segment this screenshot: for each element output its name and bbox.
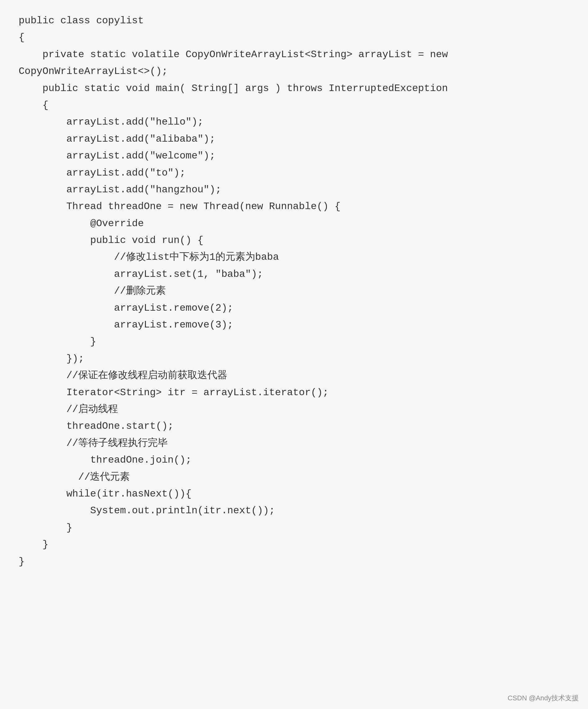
code-line: { — [19, 97, 569, 114]
code-line: private static volatile CopyOnWriteArray… — [19, 46, 569, 63]
code-line: CopyOnWriteArrayList<>(); — [19, 63, 569, 80]
code-line: arrayList.add("hangzhou"); — [19, 181, 569, 198]
code-line: arrayList.add("alibaba"); — [19, 131, 569, 148]
code-line: } — [19, 520, 569, 536]
code-line: Thread threadOne = new Thread(new Runnab… — [19, 198, 569, 215]
code-line: arrayList.add("hello"); — [19, 114, 569, 131]
code-line: arrayList.remove(2); — [19, 300, 569, 317]
code-block: public class copylist{ private static vo… — [19, 12, 569, 570]
code-line: //修改list中下标为1的元素为baba — [19, 249, 569, 266]
code-line: threadOne.start(); — [19, 418, 569, 435]
code-line: arrayList.remove(3); — [19, 317, 569, 333]
code-container: public class copylist{ private static vo… — [0, 0, 588, 709]
code-line: //迭代元素 — [19, 469, 569, 485]
code-line: Iterator<String> itr = arrayList.iterato… — [19, 384, 569, 401]
code-line: //启动线程 — [19, 401, 569, 418]
code-line: public static void main( String[] args )… — [19, 80, 569, 97]
code-line: threadOne.join(); — [19, 452, 569, 469]
code-line: public void run() { — [19, 232, 569, 249]
code-line: } — [19, 536, 569, 553]
code-line: //等待子线程执行完毕 — [19, 435, 569, 452]
code-line: }); — [19, 350, 569, 367]
code-line: { — [19, 29, 569, 46]
watermark-text: CSDN @Andy技术支援 — [508, 693, 579, 703]
code-line: @Override — [19, 215, 569, 232]
code-line: System.out.println(itr.next()); — [19, 502, 569, 519]
code-line: arrayList.add("to"); — [19, 165, 569, 181]
code-line: //删除元素 — [19, 283, 569, 299]
code-line: arrayList.set(1, "baba"); — [19, 266, 569, 283]
code-line: } — [19, 553, 569, 570]
code-line: //保证在修改线程启动前获取迭代器 — [19, 367, 569, 384]
code-line: while(itr.hasNext()){ — [19, 485, 569, 502]
code-line: } — [19, 333, 569, 350]
code-line: arrayList.add("welcome"); — [19, 148, 569, 164]
code-line: public class copylist — [19, 12, 569, 29]
